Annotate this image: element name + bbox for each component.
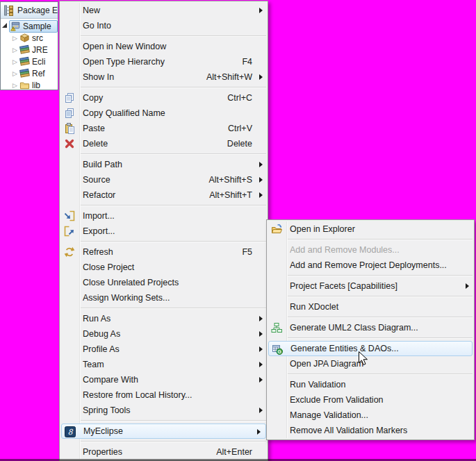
- project-tree: Sample▷src▷JRE▷Ecli▷Ref▷lib: [1, 19, 58, 90]
- menu-item-project-facets-capabilities[interactable]: Project Facets [Capabilities]: [267, 278, 474, 294]
- tree-item-label: Ref: [32, 69, 45, 78]
- menu-item-profile-as[interactable]: Profile As: [60, 342, 268, 357]
- menu-item-open-type-hierarchy[interactable]: Open Type HierarchyF4: [60, 54, 268, 69]
- import-icon: [64, 210, 75, 221]
- menu-item-paste[interactable]: PasteCtrl+V: [60, 121, 268, 136]
- delete-icon: [64, 138, 75, 149]
- open-folder-icon: [271, 224, 282, 235]
- menu-item-manage-validation[interactable]: Manage Validation...: [267, 408, 474, 423]
- screenshot-root: Package Ex Sample▷src▷JRE▷Ecli▷Ref▷lib N…: [0, 0, 476, 461]
- mouse-cursor: [359, 351, 368, 366]
- menu-item-new[interactable]: New: [60, 3, 268, 18]
- menu-item-label: New: [83, 6, 252, 15]
- menu-shortcut: Alt+Shift+T: [209, 190, 252, 200]
- menu-item-build-path[interactable]: Build Path: [60, 157, 268, 172]
- collapsed-arrow-icon[interactable]: ▷: [11, 82, 19, 89]
- menu-item-label: Import...: [83, 211, 252, 221]
- entities-dao-icon: G: [272, 344, 283, 355]
- menu-item-open-jpa-diagram[interactable]: Open JPA Diagram: [267, 356, 474, 371]
- menu-item-label: Build Path: [83, 160, 252, 169]
- menu-item-properties[interactable]: PropertiesAlt+Enter: [60, 444, 268, 460]
- menu-item-label: Refresh: [83, 247, 225, 257]
- menu-item-source[interactable]: SourceAlt+Shift+S: [60, 172, 268, 187]
- menu-item-label: Manage Validation...: [290, 410, 459, 420]
- menu-item-label: Compare With: [83, 375, 252, 385]
- menu-separator: [81, 87, 266, 88]
- menu-item-myeclipse[interactable]: 8MyEclipse: [61, 424, 266, 439]
- menu-separator: [288, 296, 473, 297]
- menu-item-assign-working-sets[interactable]: Assign Working Sets...: [60, 290, 268, 305]
- menu-item-close-project[interactable]: Close Project: [60, 260, 268, 275]
- menu-item-label: Run As: [83, 314, 252, 324]
- menu-item-label: Run XDoclet: [290, 302, 459, 312]
- tree-item-jre[interactable]: ▷JRE: [1, 44, 58, 56]
- tree-item-ref[interactable]: ▷Ref: [1, 67, 58, 79]
- menu-item-label: Profile As: [83, 344, 252, 354]
- collapsed-arrow-icon[interactable]: ▷: [11, 35, 19, 42]
- menu-item-generate-entities-daos[interactable]: GGenerate Entities & DAOs...: [268, 341, 473, 356]
- package-icon: [19, 33, 31, 44]
- menu-item-label: Add and Remove Project Deployments...: [290, 260, 459, 270]
- menu-item-open-in-explorer[interactable]: Open in Explorer: [267, 221, 474, 237]
- menu-item-compare-with[interactable]: Compare With: [60, 372, 268, 387]
- menu-item-team[interactable]: Team: [60, 357, 268, 372]
- menu-item-label: Open JPA Diagram: [290, 359, 459, 369]
- menu-item-label: Refactor: [83, 190, 192, 200]
- submenu-arrow-icon: [259, 362, 263, 367]
- menu-item-export[interactable]: Export...: [60, 224, 268, 239]
- tree-item-lib[interactable]: ▷lib: [1, 79, 58, 90]
- tree-item-sample[interactable]: Sample: [1, 20, 58, 32]
- menu-item-label: Properties: [83, 447, 199, 457]
- menu-item-label: Paste: [83, 124, 211, 133]
- menu-item-label: Go Into: [83, 21, 252, 31]
- collapsed-arrow-icon[interactable]: ▷: [11, 47, 19, 53]
- menu-item-restore-from-local-history[interactable]: Restore from Local History...: [60, 387, 268, 403]
- menu-item-label: Run Validation: [290, 380, 459, 389]
- submenu-arrow-icon: [259, 331, 263, 337]
- menu-item-run-xdoclet[interactable]: Run XDoclet: [267, 299, 474, 315]
- tree-item-ecli[interactable]: ▷Ecli: [1, 56, 58, 67]
- menu-item-show-in[interactable]: Show InAlt+Shift+W: [60, 69, 268, 85]
- collapsed-arrow-icon[interactable]: ▷: [11, 70, 19, 77]
- expanded-arrow-icon[interactable]: [2, 23, 7, 28]
- menu-shortcut: F4: [242, 57, 252, 67]
- menu-item-refactor[interactable]: RefactorAlt+Shift+T: [60, 187, 268, 203]
- menu-item-import[interactable]: Import...: [60, 208, 268, 224]
- menu-item-delete[interactable]: DeleteDelete: [60, 136, 268, 151]
- package-explorer-panel: Package Ex Sample▷src▷JRE▷Ecli▷Ref▷lib: [0, 1, 58, 90]
- menu-item-open-in-new-window[interactable]: Open in New Window: [60, 39, 268, 54]
- context-menu: NewGo IntoOpen in New WindowOpen Type Hi…: [59, 1, 268, 461]
- menu-item-run-validation[interactable]: Run Validation: [267, 377, 474, 392]
- menu-shortcut: F5: [242, 247, 252, 257]
- menu-item-label: Copy: [83, 93, 211, 103]
- menu-item-go-into[interactable]: Go Into: [60, 18, 268, 33]
- menu-item-spring-tools[interactable]: Spring Tools: [60, 403, 268, 418]
- menu-item-generate-uml2-class-diagram[interactable]: Generate UML2 Class Diagram...: [267, 320, 474, 335]
- collapsed-arrow-icon[interactable]: ▷: [11, 58, 19, 65]
- tree-item-src[interactable]: ▷src: [1, 32, 58, 44]
- menu-shortcut: Delete: [227, 139, 252, 149]
- menu-item-run-as[interactable]: Run As: [60, 311, 268, 326]
- menu-separator: [81, 241, 266, 242]
- menu-item-copy-qualified-name[interactable]: Copy Qualified Name: [60, 106, 268, 121]
- menu-item-refresh[interactable]: RefreshF5: [60, 244, 268, 260]
- menu-item-label: Close Project: [83, 262, 252, 272]
- menu-item-remove-all-validation-markers[interactable]: Remove All Validation Markers: [267, 423, 474, 438]
- submenu-arrow-icon: [259, 192, 263, 198]
- menu-item-add-and-remove-project-deployments[interactable]: Add and Remove Project Deployments...: [267, 258, 474, 273]
- submenu-arrow-icon: [259, 346, 263, 352]
- menu-item-label: Add and Remove Modules...: [290, 245, 459, 255]
- menu-item-debug-as[interactable]: Debug As: [60, 326, 268, 342]
- menu-item-label: Team: [83, 360, 252, 369]
- menu-item-label: Remove All Validation Markers: [290, 426, 459, 435]
- menu-separator: [288, 374, 473, 375]
- menu-item-copy[interactable]: CopyCtrl+C: [60, 90, 268, 106]
- menu-item-label: Generate Entities & DAOs...: [290, 344, 458, 353]
- menu-item-exclude-from-validation[interactable]: Exclude From Validation: [267, 392, 474, 408]
- menu-item-close-unrelated-projects[interactable]: Close Unrelated Projects: [60, 275, 268, 290]
- submenu-arrow-icon: [466, 283, 469, 289]
- svg-text:G: G: [278, 349, 282, 354]
- tree-item-label: src: [32, 33, 43, 43]
- package-explorer-tab[interactable]: Package Ex: [1, 2, 58, 19]
- library-icon: [19, 68, 31, 79]
